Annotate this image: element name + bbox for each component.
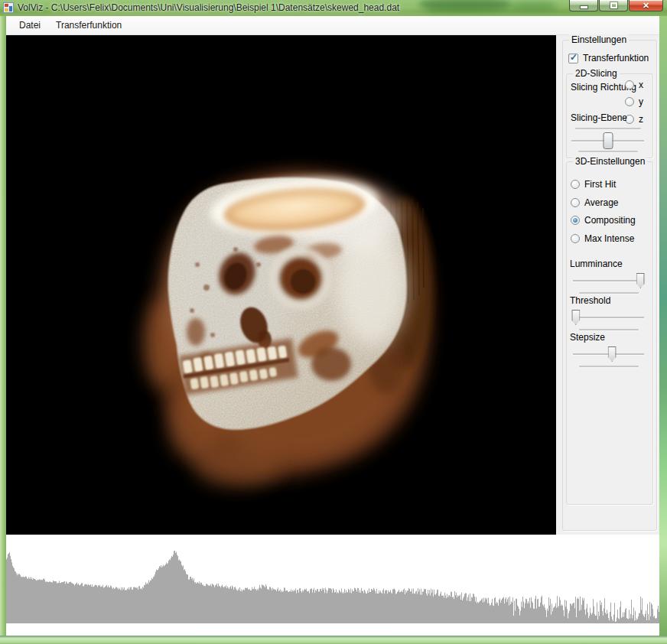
- titlebar-glass-reflection: [511, 2, 557, 11]
- radio-circle[interactable]: [625, 97, 634, 106]
- radio-circle[interactable]: [625, 80, 634, 89]
- radio-compositing[interactable]: Compositing: [571, 215, 636, 226]
- radio-average[interactable]: Average: [571, 197, 618, 208]
- render-viewport[interactable]: [6, 35, 556, 535]
- minimize-button[interactable]: [569, 0, 598, 11]
- menubar: Datei Transferfunktion: [6, 16, 659, 35]
- radio-label: Max Intense: [584, 233, 634, 244]
- app-icon: [3, 2, 14, 13]
- menu-transferfunktion[interactable]: Transferfunktion: [48, 17, 129, 34]
- group-einstellungen-title: Einstellungen: [569, 34, 629, 46]
- group-3d-title: 3D-Einstellungen: [573, 156, 647, 168]
- transferfunktion-checkbox[interactable]: ✓ Transferfunktion: [568, 53, 649, 63]
- slider-track[interactable]: [573, 280, 644, 281]
- app-window: VolViz - C:\Users\Felix\Documents\Uni\Vi…: [0, 0, 667, 644]
- window-border-right: [659, 16, 667, 636]
- threshold-slider[interactable]: [573, 309, 644, 326]
- stepsize-slider[interactable]: [573, 346, 644, 363]
- histogram-bars: [6, 551, 659, 623]
- divider-line: [578, 151, 638, 152]
- divider-line: [579, 329, 639, 330]
- radio-max-intense[interactable]: Max Intense: [571, 233, 634, 244]
- group-2d-slicing-title: 2D-Slicing: [573, 68, 620, 80]
- transfer-histogram[interactable]: [6, 535, 659, 636]
- lumminance-label: Lumminance: [570, 259, 623, 269]
- radio-label: z: [639, 114, 643, 125]
- radio-label: x: [639, 80, 643, 90]
- radio-slicing-x[interactable]: x: [625, 80, 643, 90]
- group-2d-slicing: 2D-Slicing Slicing Richtung x y z Sli: [566, 73, 653, 158]
- slider-thumb[interactable]: [603, 132, 613, 149]
- divider-line: [579, 366, 639, 367]
- lumminance-slider[interactable]: [573, 272, 644, 289]
- threshold-label: Threshold: [570, 295, 610, 306]
- window-border-left: [0, 16, 6, 636]
- slider-thumb[interactable]: [608, 346, 617, 362]
- radio-circle[interactable]: [571, 180, 580, 189]
- titlebar[interactable]: VolViz - C:\Users\Felix\Documents\Uni\Vi…: [0, 0, 667, 16]
- divider-line: [575, 128, 641, 129]
- titlebar-glass-reflection: [419, 0, 511, 11]
- client-area: Datei Transferfunktion: [6, 16, 659, 636]
- stepsize-label: Stepsize: [570, 332, 605, 343]
- maximize-icon: [610, 2, 617, 8]
- skull-volume-render: [6, 35, 556, 535]
- checkbox-label: Transferfunktion: [583, 53, 649, 63]
- slider-thumb[interactable]: [636, 273, 645, 288]
- close-button[interactable]: ✕: [629, 0, 663, 11]
- window-title: VolViz - C:\Users\Felix\Documents\Uni\Vi…: [18, 2, 399, 13]
- slider-track[interactable]: [573, 317, 644, 318]
- radio-first-hit[interactable]: First Hit: [571, 179, 616, 190]
- window-controls: ✕: [569, 0, 663, 11]
- check-icon: ✓: [570, 52, 578, 63]
- group-3d-einstellungen: 3D-Einstellungen First Hit Average Compo…: [566, 161, 653, 505]
- radio-label: y: [639, 96, 643, 107]
- radio-label: Compositing: [584, 215, 636, 226]
- group-einstellungen: Einstellungen ✓ Transferfunktion 2D-Slic…: [562, 40, 657, 531]
- close-icon: ✕: [643, 1, 649, 11]
- minimize-icon: [581, 6, 587, 8]
- maximize-button[interactable]: [599, 0, 628, 11]
- slicing-ebene-label: Slicing-Ebene: [571, 112, 627, 123]
- radio-label: Average: [584, 197, 618, 208]
- settings-panel: Einstellungen ✓ Transferfunktion 2D-Slic…: [556, 35, 659, 535]
- slicing-ebene-slider[interactable]: [571, 132, 644, 149]
- checkbox-box[interactable]: ✓: [568, 54, 578, 63]
- radio-slicing-z[interactable]: z: [625, 114, 643, 125]
- slider-thumb[interactable]: [571, 310, 580, 325]
- divider-line: [579, 292, 639, 294]
- window-border-bottom: [0, 636, 667, 644]
- radio-circle[interactable]: [571, 216, 580, 225]
- radio-slicing-y[interactable]: y: [625, 96, 643, 107]
- radio-label: First Hit: [584, 179, 616, 190]
- radio-circle[interactable]: [571, 234, 580, 243]
- menu-datei[interactable]: Datei: [11, 17, 48, 34]
- radio-circle[interactable]: [571, 198, 580, 207]
